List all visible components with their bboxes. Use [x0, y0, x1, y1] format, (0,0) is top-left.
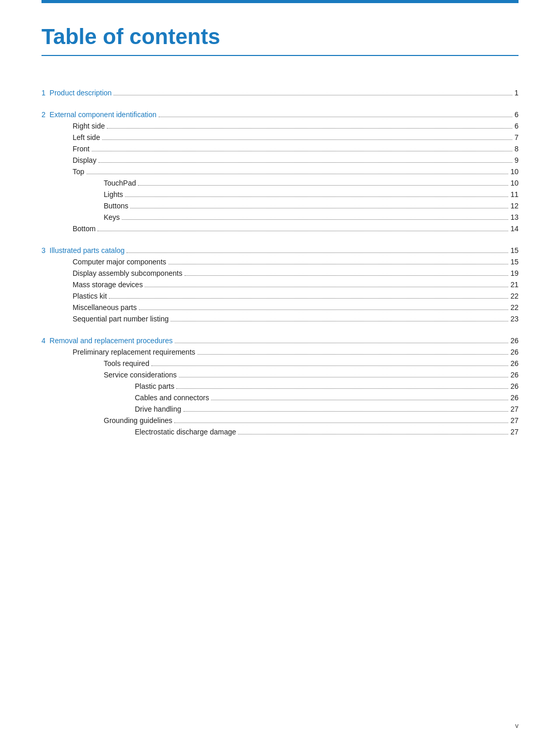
toc-label: TouchPad	[104, 179, 136, 187]
toc-label: Front	[73, 145, 90, 153]
toc-label: 2 External component identification	[41, 110, 157, 119]
toc-label: Electrostatic discharge damage	[135, 428, 236, 436]
toc-page: 21	[510, 280, 519, 289]
toc-gap	[41, 99, 519, 109]
toc-page: 15	[510, 258, 519, 266]
toc-label: Sequential part number listing	[73, 315, 169, 323]
toc-dots	[159, 117, 512, 117]
toc-row: 2 External component identification6	[41, 109, 519, 120]
toc-page: 9	[514, 156, 519, 164]
toc-row: Sequential part number listing23	[41, 313, 519, 325]
toc-label: Lights	[104, 190, 123, 199]
toc-row: Buttons12	[41, 200, 519, 212]
footer-page-number: v	[515, 722, 519, 729]
toc-link[interactable]: 3 Illustrated parts catalog	[41, 246, 124, 255]
toc-link[interactable]: 1 Product description	[41, 89, 111, 97]
toc-row: Right side6	[41, 120, 519, 132]
toc-dots	[169, 264, 509, 264]
toc-link[interactable]: 2 External component identification	[41, 110, 157, 119]
toc-page: 27	[510, 416, 519, 425]
toc-label: Cables and connectors	[135, 393, 209, 402]
toc-label: 1 Product description	[41, 89, 111, 97]
toc-dots	[92, 151, 513, 151]
toc-dots	[127, 252, 508, 253]
toc-page: 27	[510, 405, 519, 413]
toc-row: Front8	[41, 143, 519, 154]
toc-row: Lights11	[41, 189, 519, 200]
toc-row: Cables and connectors26	[41, 392, 519, 403]
toc-label: Service considerations	[104, 371, 177, 379]
toc-label: 3 Illustrated parts catalog	[41, 246, 124, 255]
toc-label: Preliminary replacement requirements	[73, 348, 195, 356]
toc-page: 26	[510, 393, 519, 402]
toc-label: Computer major components	[73, 258, 166, 266]
toc-label: Buttons	[104, 202, 128, 210]
toc-row: Bottom14	[41, 223, 519, 234]
toc-row: Tools required26	[41, 358, 519, 369]
toc-page: 13	[510, 213, 519, 221]
toc-row: Plastics kit22	[41, 290, 519, 302]
toc-dots	[171, 321, 508, 321]
toc-page: 12	[510, 202, 519, 210]
toc-page: 19	[510, 269, 519, 277]
toc-page: 26	[510, 359, 519, 368]
toc-dots	[151, 366, 508, 366]
toc-label: Bottom	[73, 224, 95, 233]
toc-label: Plastics kit	[73, 292, 107, 300]
toc-dots	[175, 343, 509, 343]
toc-gap	[41, 325, 519, 335]
toc-page: 23	[510, 315, 519, 323]
toc-label: Tools required	[104, 359, 149, 368]
toc-label: Right side	[73, 122, 105, 130]
toc-page: 14	[510, 224, 519, 233]
toc-dots	[87, 174, 509, 174]
toc-label: Miscellaneous parts	[73, 303, 137, 312]
toc-link[interactable]: 4 Removal and replacement procedures	[41, 336, 173, 345]
toc-row: 4 Removal and replacement procedures26	[41, 335, 519, 346]
toc-label: Drive handling	[135, 405, 181, 413]
toc-page: 11	[510, 190, 519, 199]
toc-row: Display assembly subcomponents19	[41, 268, 519, 279]
toc-page: 6	[514, 122, 519, 130]
toc-row: TouchPad10	[41, 177, 519, 189]
toc-page: 26	[510, 371, 519, 379]
toc-dots	[184, 411, 509, 412]
toc-label: Plastic parts	[135, 382, 174, 390]
toc-dots	[109, 298, 508, 299]
toc-page: 26	[510, 348, 519, 356]
toc-container: 1 Product description12 External compone…	[41, 87, 519, 438]
toc-dots	[179, 377, 509, 377]
toc-page: 27	[510, 428, 519, 436]
toc-page: 7	[514, 133, 519, 142]
toc-dots	[102, 139, 512, 140]
toc-row: 1 Product description1	[41, 87, 519, 99]
toc-page: 26	[510, 382, 519, 390]
toc-row: Miscellaneous parts22	[41, 302, 519, 313]
toc-dots	[114, 95, 512, 95]
toc-dots	[185, 275, 509, 276]
toc-page: 22	[510, 292, 519, 300]
toc-row: Mass storage devices21	[41, 279, 519, 290]
toc-row: Service considerations26	[41, 369, 519, 381]
toc-page: 10	[510, 179, 519, 187]
toc-row: Top10	[41, 166, 519, 177]
toc-page: 8	[514, 145, 519, 153]
toc-page: 22	[510, 303, 519, 312]
toc-dots	[198, 354, 509, 355]
toc-label: Grounding guidelines	[104, 416, 172, 425]
toc-row: Computer major components15	[41, 256, 519, 268]
toc-dots	[99, 162, 512, 163]
toc-dots	[122, 219, 508, 220]
toc-row: Left side7	[41, 132, 519, 143]
toc-dots	[238, 434, 508, 434]
toc-dots	[125, 196, 508, 197]
toc-row: Display9	[41, 154, 519, 166]
toc-label: Display assembly subcomponents	[73, 269, 183, 277]
toc-row: Electrostatic discharge damage27	[41, 426, 519, 438]
toc-dots	[176, 388, 508, 389]
page-title: Table of contents	[41, 24, 519, 50]
toc-page: 6	[514, 110, 519, 119]
toc-row: Preliminary replacement requirements26	[41, 346, 519, 358]
toc-label: Mass storage devices	[73, 280, 143, 289]
toc-dots	[139, 310, 509, 310]
